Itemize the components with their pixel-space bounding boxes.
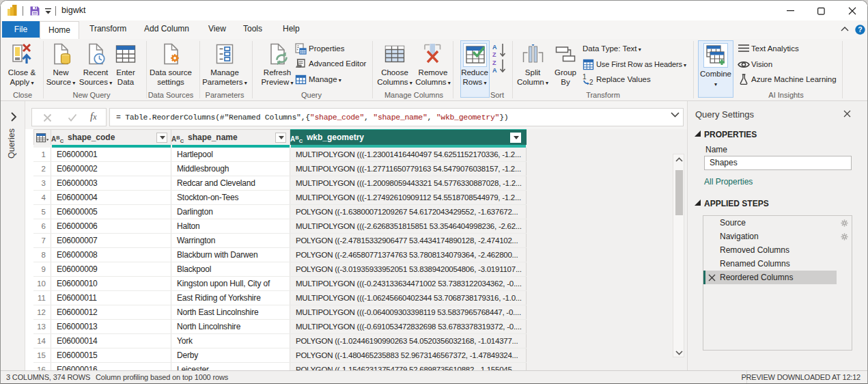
svg-text:?: ? bbox=[858, 25, 862, 33]
svg-text:A: A bbox=[492, 44, 497, 51]
svg-text:Z: Z bbox=[492, 51, 496, 58]
svg-text:1: 1 bbox=[583, 73, 587, 81]
svg-text:Z: Z bbox=[492, 59, 496, 66]
svg-text:2: 2 bbox=[589, 79, 593, 86]
